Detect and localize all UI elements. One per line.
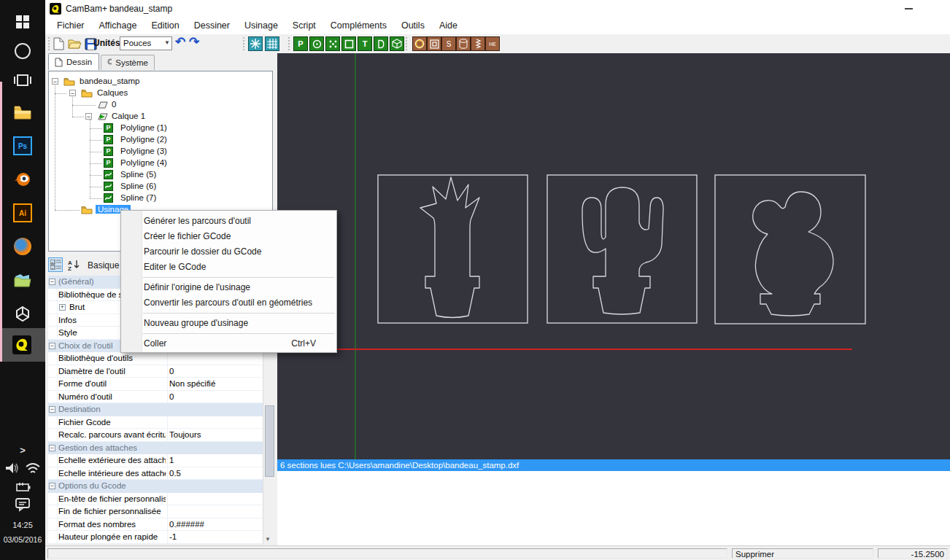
collapse-expander[interactable]: − [49, 343, 55, 349]
volume-button[interactable] [4, 461, 23, 477]
start-button[interactable] [0, 7, 45, 36]
draw-rectangle-button[interactable] [341, 36, 356, 51]
unity-button[interactable] [0, 299, 45, 328]
menu-script[interactable]: Script [285, 18, 323, 34]
stamp-frame-3[interactable] [715, 175, 865, 324]
menu-item-definir-origine[interactable]: Définir l'origine de l'usinage [144, 280, 333, 295]
new-file-button[interactable] [51, 36, 66, 51]
collapse-expander[interactable]: − [49, 445, 55, 451]
tree-node-polyligne-4[interactable]: P Polyligne (4) [49, 158, 268, 169]
tree-node-spline-7[interactable]: Spline (7) [49, 192, 268, 204]
cactus-2-drawing[interactable] [582, 187, 663, 314]
tree-node-polyligne-3[interactable]: P Polyligne (3) [49, 146, 268, 158]
hidden-icons-chevron[interactable]: > [0, 440, 45, 459]
units-combobox[interactable]: Pouces ▼ [120, 36, 172, 50]
collapse-expander[interactable]: − [85, 113, 92, 120]
tree-node-polyligne-1[interactable]: P Polyligne (1) [49, 122, 268, 134]
property-row[interactable]: En-tête de fichier personnalisé [48, 493, 263, 506]
menu-item-convertir-parcours[interactable]: Convertir les parcours d'outil en géomét… [144, 295, 333, 311]
collapse-expander[interactable]: − [52, 78, 58, 85]
machining-pocket-button[interactable] [427, 36, 441, 51]
network-button[interactable] [25, 461, 42, 477]
stamp-frame-2[interactable] [547, 175, 697, 323]
property-row[interactable]: Hauteur plongée en rapide-1 [48, 531, 263, 544]
stamp-frame-1[interactable] [378, 175, 528, 323]
property-row[interactable]: Echelle extérieure des attache1 [48, 454, 263, 467]
draw-text-button[interactable]: T [358, 36, 372, 51]
machining-lathe-button[interactable] [456, 36, 471, 51]
cactus-3-drawing[interactable] [753, 192, 833, 316]
cortana-button[interactable] [0, 36, 45, 66]
illustrator-button[interactable]: Ai [0, 198, 45, 228]
notifications-button[interactable] [0, 496, 45, 513]
machining-drill-button[interactable] [471, 36, 485, 51]
expand-icon[interactable]: + [59, 304, 66, 311]
cambam-taskbar-tile[interactable] [2, 328, 45, 362]
folder-stack-button[interactable] [0, 265, 45, 295]
tree-node-spline-6[interactable]: Spline (6) [49, 181, 268, 192]
property-row[interactable]: Diamètre de l'outil0 [48, 365, 263, 378]
grid-toggle-button[interactable] [265, 36, 279, 51]
property-row[interactable]: Fichier Gcode [48, 416, 263, 429]
collapse-expander[interactable]: − [49, 406, 55, 413]
machining-engrave-button[interactable]: S [441, 36, 456, 51]
tree-node-root[interactable]: − bandeau_stamp [49, 76, 268, 88]
menu-dessiner[interactable]: Dessiner [187, 18, 237, 34]
draw-circle-button[interactable] [309, 36, 324, 51]
drawing-canvas[interactable] [277, 53, 950, 459]
collapse-expander[interactable]: − [49, 279, 55, 285]
collapse-expander[interactable]: − [69, 90, 76, 96]
snap-points-button[interactable] [248, 36, 263, 51]
menu-usinage[interactable]: Usinage [237, 18, 285, 34]
tab-dessin[interactable]: Dessin [48, 53, 99, 70]
collapse-expander[interactable]: − [49, 483, 55, 489]
task-view-button[interactable] [0, 66, 45, 95]
redo-button[interactable]: ↷ [189, 34, 199, 50]
firefox-button[interactable] [0, 232, 45, 261]
property-row[interactable]: Bibliothèque d'outils [48, 352, 263, 365]
draw-points-button[interactable] [325, 36, 340, 51]
menu-outils[interactable]: Outils [394, 18, 432, 34]
minimize-button[interactable] [905, 8, 913, 9]
menu-item-nouveau-groupe[interactable]: Nouveau groupe d'usinage [144, 316, 333, 331]
tree-node-polyligne-2[interactable]: P Polyligne (2) [49, 134, 268, 146]
scrollbar-thumb[interactable] [265, 405, 274, 477]
menu-aide[interactable]: Aide [432, 18, 465, 34]
menu-fichier[interactable]: Fichier [50, 18, 92, 34]
draw-surface-button[interactable] [374, 36, 388, 51]
property-category[interactable]: −Gestion des attaches [48, 442, 263, 455]
menu-item-parcourir-dossier[interactable]: Parcourir le dossier du GCode [144, 244, 333, 260]
tree-node-calque-1[interactable]: − Calque 1 [49, 111, 268, 122]
clock-time[interactable]: 14:25 [0, 521, 45, 529]
menu-affichage[interactable]: Affichage [92, 18, 144, 34]
property-row[interactable]: Echelle intérieure des attache0.5 [48, 467, 263, 481]
battery-button[interactable] [0, 480, 45, 494]
tab-systeme[interactable]: Système [101, 55, 155, 70]
property-row[interactable]: Fin de fichier personnalisée [48, 505, 263, 518]
tree-node-layer-0[interactable]: 0 [49, 99, 268, 111]
menu-item-creer-gcode[interactable]: Créer le fichier GCode [144, 229, 333, 244]
photoshop-button[interactable]: Ps [0, 131, 45, 160]
undo-button[interactable]: ↶ [175, 34, 185, 50]
machining-nc-button[interactable]: HE [485, 36, 500, 51]
property-category[interactable]: −Destination [48, 403, 263, 416]
tree-node-calques[interactable]: − Calques [49, 88, 268, 99]
file-explorer-button[interactable] [0, 98, 45, 127]
menu-complements[interactable]: Compléments [323, 18, 394, 34]
alphabetical-sort-button[interactable]: AZ [67, 257, 82, 272]
blender-button[interactable] [0, 165, 45, 194]
stamp-frames[interactable] [378, 175, 865, 324]
clock-date[interactable]: 03/05/2016 [0, 535, 45, 544]
property-category[interactable]: −Options du Gcode [48, 480, 263, 493]
open-file-button[interactable] [67, 36, 82, 51]
cactus-1-drawing[interactable] [420, 177, 479, 318]
tree-node-spline-5[interactable]: Spline (5) [49, 169, 268, 181]
menu-item-editer-gcode[interactable]: Editer le GCode [144, 260, 333, 275]
property-row[interactable]: Forme d'outilNon spécifié [48, 378, 263, 391]
machining-profile-button[interactable] [412, 36, 427, 51]
draw-polyline-button[interactable]: P [293, 36, 308, 51]
property-row[interactable]: Recalc. parcours avant écrituToujours [48, 429, 263, 442]
categorized-view-button[interactable]: ++ [48, 257, 63, 272]
menu-item-generer-parcours[interactable]: Générer les parcours d'outil [144, 214, 333, 229]
scroll-down-arrow[interactable]: ▼ [265, 536, 271, 542]
